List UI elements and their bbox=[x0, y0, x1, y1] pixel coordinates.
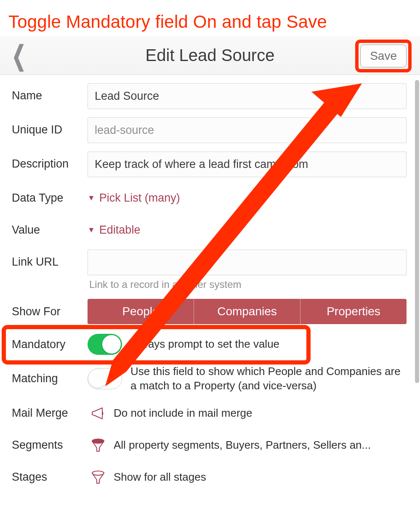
description-label: Description bbox=[12, 152, 88, 170]
toggle-knob bbox=[102, 335, 121, 354]
stages-label: Stages bbox=[12, 471, 88, 484]
mailmerge-text: Do not include in mail merge bbox=[114, 407, 407, 420]
stages-text: Show for all stages bbox=[114, 471, 407, 484]
linkurl-input[interactable] bbox=[88, 250, 407, 275]
instruction-annotation: Toggle Mandatory field On and tap Save bbox=[0, 0, 420, 36]
row-linkurl: Link URL Link to a record in another sys… bbox=[0, 245, 420, 295]
chevron-left-icon: ❮ bbox=[12, 40, 26, 71]
svg-point-0 bbox=[92, 439, 104, 443]
datatype-value: Pick List (many) bbox=[99, 192, 180, 205]
row-mandatory: Mandatory Always prompt to set the value bbox=[0, 328, 420, 360]
mailmerge-label: Mail Merge bbox=[12, 407, 88, 420]
row-value: Value ▼ Editable bbox=[0, 213, 420, 245]
name-input[interactable] bbox=[88, 83, 407, 109]
row-stages[interactable]: Stages Show for all stages bbox=[0, 461, 420, 493]
save-button[interactable]: Save bbox=[360, 45, 407, 67]
segments-label: Segments bbox=[12, 439, 88, 452]
showfor-segment-group: People Companies Properties bbox=[88, 299, 407, 324]
edit-lead-source-screen: ❮ Edit Lead Source Save Name Unique ID D… bbox=[0, 36, 420, 493]
linkurl-helper: Link to a record in another system bbox=[88, 279, 407, 290]
row-showfor: Show For People Companies Properties bbox=[0, 295, 420, 328]
datatype-dropdown[interactable]: ▼ Pick List (many) bbox=[88, 186, 180, 205]
row-datatype: Data Type ▼ Pick List (many) bbox=[0, 181, 420, 213]
segments-text: All property segments, Buyers, Partners,… bbox=[114, 439, 407, 452]
uniqueid-label: Unique ID bbox=[12, 117, 88, 136]
matching-text: Use this field to show which People and … bbox=[130, 365, 407, 393]
matching-toggle[interactable] bbox=[88, 368, 122, 389]
mandatory-toggle[interactable] bbox=[88, 334, 122, 355]
page-title: Edit Lead Source bbox=[146, 46, 275, 65]
row-uniqueid: Unique ID bbox=[0, 113, 420, 147]
row-segments[interactable]: Segments All property segments, Buyers, … bbox=[0, 429, 420, 461]
description-input[interactable] bbox=[88, 152, 407, 177]
row-description: Description bbox=[0, 147, 420, 181]
svg-point-1 bbox=[92, 471, 104, 475]
toggle-knob bbox=[88, 369, 107, 388]
segment-companies[interactable]: Companies bbox=[194, 299, 300, 324]
triangle-down-icon: ▼ bbox=[88, 194, 95, 202]
datatype-label: Data Type bbox=[12, 186, 88, 205]
value-dropdown[interactable]: ▼ Editable bbox=[88, 218, 140, 237]
row-mailmerge[interactable]: Mail Merge Do not include in mail merge bbox=[0, 397, 420, 429]
segment-properties[interactable]: Properties bbox=[300, 299, 407, 324]
save-highlight-box: Save bbox=[355, 40, 412, 72]
value-label: Value bbox=[12, 218, 88, 237]
back-button[interactable]: ❮ bbox=[8, 36, 29, 75]
triangle-down-icon: ▼ bbox=[88, 226, 95, 234]
row-matching: Matching Use this field to show which Pe… bbox=[0, 360, 420, 397]
showfor-label: Show For bbox=[12, 305, 88, 318]
linkurl-label: Link URL bbox=[12, 250, 88, 269]
value-value: Editable bbox=[99, 224, 141, 237]
uniqueid-input[interactable] bbox=[88, 117, 407, 143]
name-label: Name bbox=[12, 83, 88, 102]
header-bar: ❮ Edit Lead Source Save bbox=[0, 36, 420, 75]
form-body: Name Unique ID Description Data Type ▼ bbox=[0, 75, 420, 493]
matching-label: Matching bbox=[12, 372, 88, 385]
mandatory-text: Always prompt to set the value bbox=[130, 337, 407, 351]
segment-people[interactable]: People bbox=[88, 299, 194, 324]
funnel-filled-icon bbox=[88, 437, 109, 454]
funnel-outline-icon bbox=[88, 469, 109, 486]
megaphone-icon bbox=[88, 405, 109, 422]
mandatory-label: Mandatory bbox=[12, 338, 88, 351]
row-name: Name bbox=[0, 79, 420, 113]
